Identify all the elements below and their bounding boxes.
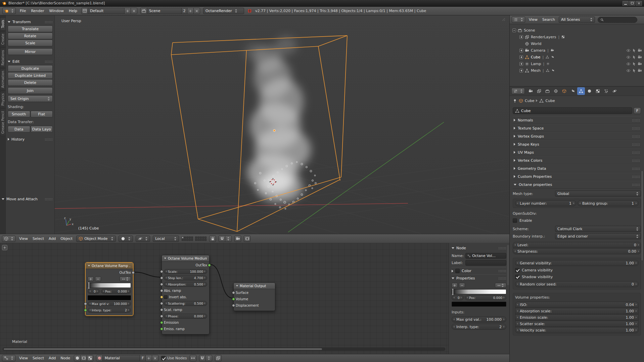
- sidebar-color-ramp-gradient[interactable]: [452, 289, 506, 294]
- pivot-dropdown[interactable]: [136, 236, 150, 242]
- panel-geometry-data[interactable]: Geometry Data: [513, 164, 641, 172]
- minimize-button[interactable]: [623, 1, 629, 6]
- layer-grid-right[interactable]: [195, 237, 206, 241]
- node-editor-canvas[interactable]: Octane Volume Ramp ... OutTex 0 Pos:0.00…: [0, 243, 509, 354]
- tab-grease-pencil[interactable]: Grease Pencil: [0, 109, 5, 136]
- visibility-eye-icon[interactable]: [626, 68, 631, 73]
- delete-button[interactable]: Delete: [8, 79, 53, 86]
- random-color-seed-field[interactable]: Random color seed:0: [515, 281, 639, 287]
- duplicate-button[interactable]: Duplicate: [8, 65, 53, 72]
- shader-tree-button[interactable]: [74, 355, 81, 361]
- editor-type-button-info[interactable]: [2, 8, 16, 14]
- viewport-shading-dropdown[interactable]: [119, 236, 133, 242]
- sidebar-max-grid-field[interactable]: Max grid val.:100.000: [452, 316, 506, 322]
- region-expand-button[interactable]: [2, 245, 7, 250]
- material-name-field[interactable]: Material: [102, 355, 140, 361]
- region-corner-widget[interactable]: [502, 18, 505, 21]
- ramp-interp-socket[interactable]: [84, 309, 87, 312]
- outliner-row-scene[interactable]: Scene: [512, 27, 643, 34]
- medium-scale-field[interactable]: Scale:100.000: [164, 269, 207, 274]
- expand-toggle[interactable]: [519, 55, 523, 59]
- selectability-cursor-icon[interactable]: [632, 48, 636, 53]
- scale-button[interactable]: Scale: [8, 40, 53, 46]
- menu-window[interactable]: Window: [48, 9, 65, 13]
- boundary-dropdown[interactable]: Edge and corner: [555, 233, 641, 239]
- output-displacement-socket[interactable]: [232, 304, 235, 307]
- tab-material[interactable]: [586, 87, 593, 95]
- medium-outtex-socket[interactable]: [208, 264, 211, 267]
- menu-add-node[interactable]: Add: [48, 356, 57, 360]
- layer-selector[interactable]: [182, 237, 206, 241]
- node-output-header[interactable]: Material Output: [234, 283, 275, 289]
- translate-button[interactable]: Translate: [8, 25, 53, 32]
- medium-emiss-ramp-socket[interactable]: [160, 327, 163, 330]
- opengl-render-animation-button[interactable]: [244, 236, 250, 242]
- screen-layout-name[interactable]: Default: [88, 8, 125, 14]
- outliner-row-lamp[interactable]: Lamp |: [512, 60, 643, 67]
- baking-group-field[interactable]: Baking group:1: [578, 200, 639, 206]
- sidebar-scrollbar[interactable]: [507, 245, 509, 285]
- medium-abs-ramp-socket[interactable]: [160, 289, 163, 292]
- medium-scattering-field[interactable]: Scattering:0.500: [164, 301, 207, 306]
- editor-type-button-outliner[interactable]: [512, 16, 525, 23]
- panel-uv-maps[interactable]: UV Maps: [513, 148, 641, 156]
- use-nodes-toggle[interactable]: Use Nodes: [161, 356, 187, 360]
- menu-select-node[interactable]: Select: [32, 356, 45, 360]
- viewport-canvas[interactable]: User Persp x y z (145) Cube Tools Create…: [0, 15, 509, 234]
- enable-row[interactable]: Enable: [513, 218, 641, 223]
- view-fit-button[interactable]: [190, 355, 196, 361]
- ramp-max-grid-field[interactable]: Max grid v:100.000: [88, 301, 131, 306]
- absorption-scale-field[interactable]: Absorption scale:1.00: [515, 308, 639, 314]
- node-octane-volume-ramp[interactable]: Octane Volume Ramp ... OutTex 0 Pos:0.00…: [85, 262, 133, 316]
- medium-absorption-socket[interactable]: [160, 283, 163, 286]
- add-material-button[interactable]: [145, 355, 152, 361]
- camera-visibility-checkbox[interactable]: [515, 268, 519, 272]
- scene-users-button[interactable]: 2: [181, 8, 187, 14]
- collapse-triangle-icon[interactable]: [236, 285, 238, 287]
- panel-vertex-groups[interactable]: Vertex Groups: [513, 132, 641, 140]
- ramp-stop-index-field[interactable]: 0: [88, 289, 100, 294]
- snap-toggle-button[interactable]: [219, 236, 225, 242]
- delete-layout-button[interactable]: [131, 8, 137, 14]
- collapse-toggle[interactable]: [512, 29, 516, 32]
- enable-checkbox[interactable]: [513, 218, 517, 223]
- compositing-tree-button[interactable]: [80, 355, 87, 361]
- tab-physics[interactable]: Physics: [0, 91, 5, 108]
- ramp-outtex-socket[interactable]: [132, 271, 135, 274]
- menu-search-outliner[interactable]: Search: [541, 17, 556, 22]
- add-scene-button[interactable]: [187, 8, 194, 14]
- sidebar-ramp-delete-button[interactable]: [459, 283, 465, 288]
- viewport-3d[interactable]: User Persp x y z (145) Cube Tools Create…: [0, 15, 509, 243]
- selectability-cursor-icon[interactable]: [632, 62, 636, 66]
- close-button[interactable]: [636, 1, 642, 6]
- data-layout-button[interactable]: Data Layo: [31, 126, 53, 133]
- panel-properties[interactable]: Properties: [452, 274, 506, 282]
- panel-edit[interactable]: Edit: [8, 58, 53, 65]
- general-visibility-field[interactable]: General visibility:1.00: [515, 260, 639, 266]
- node-name-field[interactable]: Octane Vol...: [465, 253, 506, 259]
- velocity-scale-field[interactable]: Velocity scale:1.00: [515, 327, 639, 333]
- node-snap-element-dropdown[interactable]: [205, 355, 212, 361]
- rotate-button[interactable]: Rotate: [8, 33, 53, 39]
- mesh-type-dropdown[interactable]: Global: [555, 191, 641, 197]
- panel-vertex-colors[interactable]: Vertex Colors: [513, 156, 641, 164]
- panel-custom-properties[interactable]: Custom Properties: [513, 172, 641, 180]
- join-button[interactable]: Join: [8, 87, 53, 94]
- tab-render[interactable]: [527, 87, 535, 95]
- render-engine-dropdown[interactable]: OctaneRender: [203, 8, 244, 14]
- render-toggle-icon[interactable]: [638, 62, 642, 66]
- collapse-triangle-icon[interactable]: [164, 258, 166, 259]
- tab-render-layers[interactable]: [535, 87, 543, 95]
- panel-transform[interactable]: Transform: [8, 18, 53, 25]
- tab-physics[interactable]: [611, 87, 618, 95]
- medium-scat-ramp-socket[interactable]: [160, 308, 163, 311]
- outliner-row-camera[interactable]: Camera |: [512, 47, 643, 54]
- sidebar-ramp-flip-dropdown[interactable]: [495, 283, 506, 288]
- expand-toggle[interactable]: [519, 62, 523, 66]
- sidebar-interp-field[interactable]: Interp. type:2: [452, 324, 506, 330]
- breadcrumb-object-name[interactable]: Cube: [525, 99, 534, 103]
- delete-scene-button[interactable]: [193, 8, 200, 14]
- node-horizontal-scrollbar[interactable]: [3, 348, 445, 351]
- menu-select-3d[interactable]: Select: [32, 237, 45, 241]
- panel-color[interactable]: Color: [452, 267, 506, 274]
